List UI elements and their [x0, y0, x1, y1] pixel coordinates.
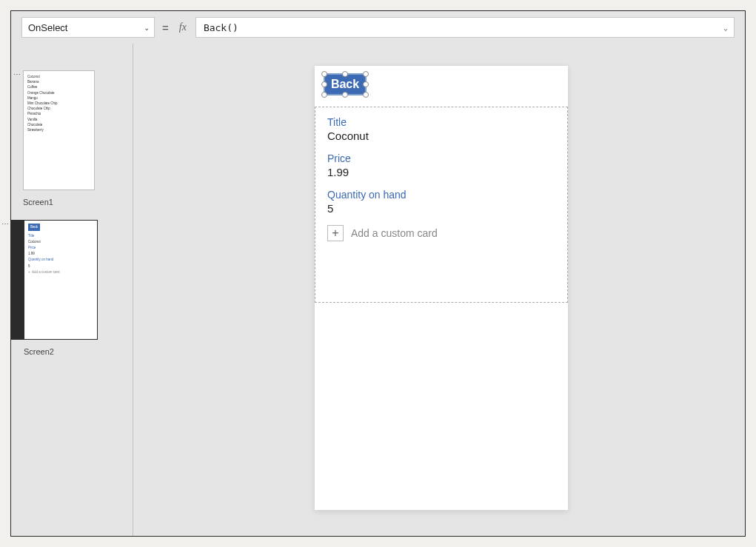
thumbnail-screen2-block: ⋯ Back Title Coconut Price 1.99 Quantity… [0, 220, 133, 356]
resize-handle[interactable] [342, 92, 348, 98]
field-value-title: Coconut [327, 130, 555, 142]
mini-label: Price [28, 245, 93, 251]
back-button[interactable]: Back [324, 73, 367, 95]
screen-thumbnails-panel: ⋯ Coconut Banana Coffee Orange Chocolate… [11, 44, 133, 536]
ellipsis-icon[interactable]: ⋯ [11, 70, 23, 76]
list-item: Mango [27, 95, 90, 101]
mini-add-text: Add a custom card [32, 270, 60, 274]
resize-handle[interactable] [363, 92, 369, 98]
mini-value: 1.99 [28, 251, 93, 257]
resize-handle[interactable] [363, 81, 369, 87]
thumbnail-screen2[interactable]: Back Title Coconut Price 1.99 Quantity o… [11, 220, 98, 340]
resize-handle[interactable] [342, 71, 348, 77]
list-item: Mint Chocolate Chip [27, 101, 90, 106]
list-item: Vanilla [27, 117, 90, 122]
list-item: Coconut [27, 74, 90, 79]
resize-handle[interactable] [363, 71, 369, 77]
list-item: Coffee [27, 84, 90, 90]
mini-value: Coconut [28, 239, 93, 245]
thumbnail-label: Screen2 [24, 347, 54, 356]
display-form[interactable]: Title Coconut Price 1.99 Quantity on han… [315, 107, 568, 303]
field-value-quantity: 5 [327, 202, 555, 215]
formula-text: Back() [204, 22, 238, 33]
thumbnail-screen1-block: ⋯ Coconut Banana Coffee Orange Chocolate… [11, 70, 133, 207]
property-dropdown[interactable]: OnSelect ⌄ [21, 17, 155, 38]
formula-bar: OnSelect ⌄ = fx Back() ⌄ [11, 11, 745, 44]
mini-plus: + [28, 270, 30, 274]
thumbnail-label: Screen1 [23, 198, 53, 207]
mini-label: Quantity on hand [28, 257, 93, 263]
ellipsis-icon[interactable]: ⋯ [0, 220, 11, 226]
chevron-down-icon: ⌄ [144, 24, 150, 32]
mini-label: Title [28, 233, 93, 239]
formula-input[interactable]: Back() ⌄ [195, 17, 735, 38]
field-label-title: Title [327, 116, 555, 128]
list-item: Chocolate Chip [27, 106, 90, 111]
workspace: ⋯ Coconut Banana Coffee Orange Chocolate… [11, 44, 745, 536]
list-item: Strawberry [27, 127, 90, 132]
resize-handle[interactable] [321, 81, 327, 87]
field-value-price: 1.99 [327, 166, 555, 178]
phone-canvas[interactable]: Back Title Coconut Price [315, 66, 568, 510]
thumbnail-selection-strip [12, 221, 24, 339]
resize-handle[interactable] [321, 71, 327, 77]
equals-sign: = [161, 21, 170, 34]
back-button-label: Back [331, 78, 359, 91]
list-item: Orange Chocolate [27, 90, 90, 95]
thumbnail-screen1[interactable]: Coconut Banana Coffee Orange Chocolate M… [23, 70, 95, 190]
list-item: Pistachio [27, 111, 90, 116]
property-dropdown-value: OnSelect [28, 22, 67, 33]
chevron-down-icon: ⌄ [723, 24, 728, 32]
field-label-quantity: Quantity on hand [327, 189, 555, 201]
resize-handle[interactable] [321, 92, 327, 98]
plus-icon: + [327, 225, 344, 241]
canvas-area: Back Title Coconut Price [133, 44, 745, 536]
list-item: Chocolate [27, 122, 90, 127]
fx-label: fx [176, 21, 190, 33]
mini-value: 5 [28, 264, 93, 269]
field-label-price: Price [327, 152, 555, 164]
plus-glyph: + [332, 227, 338, 239]
add-custom-card[interactable]: + Add a custom card [327, 225, 555, 241]
add-custom-card-label: Add a custom card [351, 227, 438, 239]
mini-back-button: Back [28, 224, 40, 231]
app-frame: OnSelect ⌄ = fx Back() ⌄ ⋯ Coconut Banan… [10, 10, 746, 537]
back-button-selection[interactable]: Back [324, 73, 367, 95]
list-item: Banana [27, 79, 90, 84]
